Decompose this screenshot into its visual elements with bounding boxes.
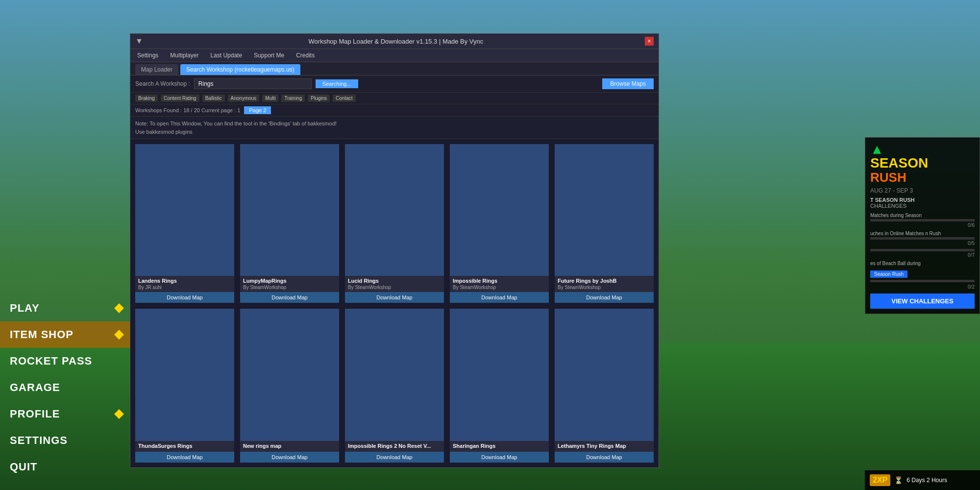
map-name-5: ThundaSurges Rings	[135, 441, 234, 450]
map-name-8: Sharingan Rings	[450, 441, 549, 450]
map-author-4: By SteamWorkshop	[555, 285, 654, 292]
season-subtitle: RUSH	[870, 170, 975, 185]
season-rush-label-badge: Season Rush	[870, 269, 975, 278]
xp-banner: 2XP ⏳ 6 Days 2 Hours	[865, 470, 980, 490]
map-card-7: Impossible Rings 2 No Reset V... Downloa…	[345, 309, 444, 462]
view-challenges-button[interactable]: VIEW CHALLENGES	[870, 294, 975, 309]
season-title: SEASON	[870, 156, 975, 170]
filter-multi[interactable]: Multi	[262, 95, 278, 102]
map-author-0: By JR.suhi	[135, 285, 234, 292]
challenge-3-count: 0/7	[870, 252, 975, 258]
tab-maploader[interactable]: Map Loader	[135, 64, 178, 75]
map-card-1: LumpyMapRings By SteamWorkshop Download …	[240, 144, 339, 303]
menu-item-play[interactable]: PLAY	[0, 295, 132, 321]
map-name-4: Future Rings by JoshB	[555, 276, 654, 285]
challenge-2: uches in Online Matches n Rush 0/5	[870, 231, 975, 246]
note-text: Note: To open This Window, You can find …	[135, 120, 654, 128]
map-name-9: Lethamyrs Tiny Rings Map	[555, 441, 654, 450]
download-button-6[interactable]: Download Map	[240, 452, 339, 463]
menu-supportme[interactable]: Support Me	[252, 51, 286, 60]
filter-anonymous[interactable]: Anonymous	[228, 95, 260, 102]
game-menu: PLAY ITEM SHOP ROCKET PASS GARAGE PROFIL…	[0, 0, 132, 490]
filter-contact[interactable]: Contact	[333, 95, 355, 102]
map-author-3: By SteamWorkshop	[450, 285, 549, 292]
map-card-2: Lucid Rings By SteamWorkshop Download Ma…	[345, 144, 444, 303]
filter-content-rating[interactable]: Content Rating	[161, 95, 199, 102]
time-label: 6 Days 2 Hours	[906, 477, 947, 484]
menu-item-settings[interactable]: SETTINGS	[0, 427, 132, 454]
profile-diamond-icon	[114, 409, 124, 419]
map-thumbnail-8	[450, 309, 549, 441]
menu-item-garage[interactable]: GARAGE	[0, 374, 132, 401]
download-button-4[interactable]: Download Map	[555, 292, 654, 303]
menu-multiplayer[interactable]: Multiplayer	[168, 51, 200, 60]
menu-settings[interactable]: Settings	[135, 51, 160, 60]
challenge-1-label: Matches during Season	[870, 213, 975, 218]
map-thumbnail-4	[555, 144, 654, 276]
window-menubar: Settings Multiplayer Last Update Support…	[130, 49, 659, 62]
map-card-8: Sharingan Rings Download Map	[450, 309, 549, 462]
menu-item-quit[interactable]: QUIT	[0, 454, 132, 480]
map-card-5: ThundaSurges Rings Download Map	[135, 309, 234, 462]
filter-ballistic[interactable]: Ballistic	[202, 95, 225, 102]
window-toolbar: Search A Workshop : Searching... Browse …	[130, 75, 659, 93]
xp-badge: 2XP	[870, 474, 890, 486]
window-title: Workshop Map Loader & Downloader v1.15.3…	[147, 38, 645, 45]
map-card-9: Lethamyrs Tiny Rings Map Download Map	[555, 309, 654, 462]
download-button-9[interactable]: Download Map	[555, 452, 654, 463]
challenge-1: Matches during Season 0/6	[870, 213, 975, 228]
map-name-6: New rings map	[240, 441, 339, 450]
quit-label: QUIT	[10, 461, 38, 473]
play-diamond-icon	[114, 303, 124, 313]
season-date: AUG 27 - SEP 3	[870, 187, 975, 194]
page2-button[interactable]: Page 2	[244, 106, 271, 114]
map-thumbnail-9	[555, 309, 654, 441]
menu-item-rocketpass[interactable]: ROCKET PASS	[0, 348, 132, 374]
download-button-1[interactable]: Download Map	[240, 292, 339, 303]
settings-label: SETTINGS	[10, 434, 68, 447]
download-button-5[interactable]: Download Map	[135, 452, 234, 463]
challenge-1-count: 0/6	[870, 222, 975, 228]
map-name-7: Impossible Rings 2 No Reset V...	[345, 441, 444, 450]
map-card-3: Impossible Rings By SteamWorkshop Downlo…	[450, 144, 549, 303]
map-thumbnail-6	[240, 309, 339, 441]
menu-item-profile[interactable]: PROFILE	[0, 401, 132, 427]
search-input[interactable]	[194, 78, 312, 89]
menu-credits[interactable]: Credits	[294, 51, 317, 60]
filter-plugins[interactable]: Plugins	[308, 95, 330, 102]
map-thumbnail-7	[345, 309, 444, 441]
searching-indicator: Searching...	[316, 79, 358, 88]
download-button-8[interactable]: Download Map	[450, 452, 549, 463]
workshop-window: ▼ Workshop Map Loader & Downloader v1.15…	[130, 33, 659, 468]
map-card-4: Future Rings by JoshB By SteamWorkshop D…	[555, 144, 654, 303]
browse-maps-button[interactable]: Browse Maps	[602, 78, 654, 89]
challenges-header: T SEASON RUSH CHALLENGES	[870, 197, 975, 209]
download-button-7[interactable]: Download Map	[345, 452, 444, 463]
window-titlebar: ▼ Workshop Map Loader & Downloader v1.15…	[130, 34, 659, 49]
challenge-4-label: es of Beach Ball during	[870, 261, 975, 266]
tab-searchworkshop[interactable]: Search Workshop (rocketleaguemaps.us)	[180, 64, 300, 75]
filter-braking[interactable]: Braking	[135, 95, 158, 102]
download-button-0[interactable]: Download Map	[135, 292, 234, 303]
map-name-1: LumpyMapRings	[240, 276, 339, 285]
download-button-2[interactable]: Download Map	[345, 292, 444, 303]
map-thumbnail-0	[135, 144, 234, 276]
play-label: PLAY	[10, 302, 40, 315]
timer-icon: ⏳	[894, 476, 903, 484]
download-button-3[interactable]: Download Map	[450, 292, 549, 303]
map-card-6: New rings map Download Map	[240, 309, 339, 462]
map-name-0: Landens Rings	[135, 276, 234, 285]
filter-training[interactable]: Training	[281, 95, 305, 102]
map-thumbnail-1	[240, 144, 339, 276]
pin-icon: ▼	[135, 37, 143, 46]
season-rush-count: 0/2	[870, 284, 975, 290]
close-button[interactable]: ×	[645, 37, 654, 46]
map-thumbnail-2	[345, 144, 444, 276]
profile-label: PROFILE	[10, 408, 60, 420]
season-rush-panel: ▲ SEASON RUSH AUG 27 - SEP 3 T SEASON RU…	[865, 137, 980, 314]
filter-bar: Braking Content Rating Ballistic Anonymo…	[130, 93, 659, 104]
menu-item-itemshop[interactable]: ITEM SHOP	[0, 321, 132, 348]
menu-lastupdate[interactable]: Last Update	[208, 51, 244, 60]
challenges-subtitle: CHALLENGES	[870, 203, 975, 209]
pagination-bar: Workshops Found : 18 / 20 Current page :…	[130, 104, 659, 117]
